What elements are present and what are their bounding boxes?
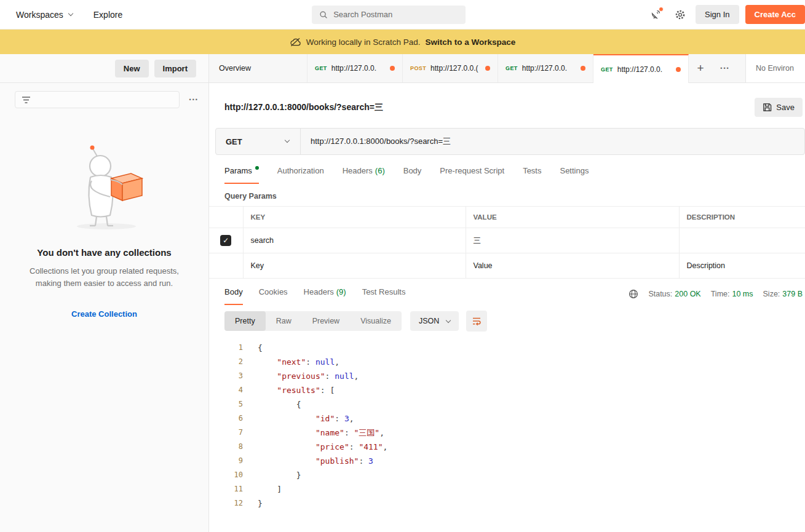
param-row: ✓ search 三: [209, 228, 805, 253]
global-search-input[interactable]: Search Postman: [312, 6, 466, 24]
line-content: "price": "411",: [250, 440, 387, 454]
tab-url: http://127.0.0.: [522, 64, 576, 73]
tab-headers[interactable]: Headers (6): [343, 166, 385, 184]
tab-tests[interactable]: Tests: [523, 166, 541, 184]
save-button[interactable]: Save: [755, 98, 803, 117]
param-value-cell[interactable]: 三: [466, 228, 679, 253]
line-content: "publish": 3: [250, 454, 373, 468]
view-raw-button[interactable]: Raw: [266, 311, 302, 331]
response-body-code[interactable]: 1{2 "next": null,3 "previous": null,4 "r…: [209, 337, 805, 532]
line-number: 4: [209, 383, 250, 397]
request-tab-1[interactable]: GET http://127.0.0.: [307, 54, 403, 82]
response-headers-count: (9): [336, 287, 346, 296]
scratchpad-banner: Working locally in Scratch Pad. Switch t…: [0, 30, 805, 54]
method-label: GET: [226, 137, 242, 146]
top-navbar: Workspaces Explore Search Postman: [0, 0, 805, 30]
view-pretty-button[interactable]: Pretty: [224, 311, 266, 331]
response-time: Time:10 ms: [711, 290, 753, 298]
param-checkbox[interactable]: ✓: [220, 235, 231, 246]
code-line: 5 {: [209, 397, 805, 411]
request-tab-4-active[interactable]: GET http://127.0.0.: [593, 54, 689, 83]
create-account-button[interactable]: Create Acc: [745, 5, 805, 24]
url-input[interactable]: http://127.0.0.1:8000/books/?search=三: [301, 129, 804, 154]
code-line: 4 "results": [: [209, 383, 805, 397]
view-preview-button[interactable]: Preview: [302, 311, 350, 331]
tab-body[interactable]: Body: [403, 166, 422, 184]
tab-authorization[interactable]: Authorization: [277, 166, 324, 184]
view-visualize-button[interactable]: Visualize: [350, 311, 402, 331]
response-tabs: Body Cookies Headers (9) Test Results: [224, 287, 405, 305]
code-line: 1{: [209, 341, 805, 355]
tab-pre-request-script[interactable]: Pre-request Script: [440, 166, 504, 184]
size-label: Size:: [763, 290, 780, 298]
url-value: http://127.0.0.1:8000/books/?search=三: [311, 136, 451, 147]
response-view-switch: Pretty Raw Preview Visualize: [224, 311, 402, 331]
tab-authorization-label: Authorization: [277, 166, 324, 175]
params-table: KEY VALUE DESCRIPTION ✓ search 三: [209, 206, 805, 279]
line-number: 3: [209, 369, 250, 383]
url-bar: GET http://127.0.0.1:8000/books/?search=…: [215, 128, 805, 155]
sign-in-button[interactable]: Sign In: [696, 5, 739, 24]
wrap-lines-icon: [472, 316, 482, 326]
request-tabs: Params Authorization Headers (6) Body Pr…: [209, 155, 805, 184]
request-tab-2[interactable]: POST http://127.0.0.(: [403, 54, 498, 82]
status-value: 200 OK: [675, 290, 700, 298]
response-tab-test-results[interactable]: Test Results: [362, 287, 406, 305]
response-tab-headers[interactable]: Headers (9): [304, 287, 346, 305]
filter-icon: [22, 96, 31, 104]
tab-overview[interactable]: Overview: [209, 54, 307, 82]
filter-collections-input[interactable]: [15, 91, 180, 108]
wrap-lines-button[interactable]: [466, 311, 487, 332]
new-param-description-cell[interactable]: Description: [679, 253, 805, 279]
line-number: 6: [209, 411, 250, 426]
notifications-button[interactable]: [646, 6, 665, 24]
param-checkbox-cell: ✓: [209, 228, 243, 253]
tab-settings-label: Settings: [560, 166, 589, 175]
network-globe-icon[interactable]: [629, 289, 638, 299]
explore-menu[interactable]: Explore: [85, 5, 131, 25]
line-content: ]: [250, 482, 282, 496]
param-key-cell[interactable]: search: [243, 228, 466, 253]
line-number: 11: [209, 482, 250, 496]
workspaces-menu[interactable]: Workspaces: [7, 5, 81, 25]
response-tab-body[interactable]: Body: [224, 287, 243, 305]
search-placeholder: Search Postman: [333, 10, 392, 19]
switch-workspace-link[interactable]: Switch to a Workspace: [426, 38, 516, 47]
tab-options-button[interactable]: •••: [712, 54, 738, 82]
tab-settings[interactable]: Settings: [560, 166, 589, 184]
tab-url: http://127.0.0.: [617, 65, 672, 74]
new-param-value-cell[interactable]: Value: [466, 253, 679, 279]
top-nav-center: Search Postman: [131, 6, 646, 24]
line-content: "next": null,: [250, 355, 339, 369]
chevron-down-icon: [285, 138, 290, 143]
response-tab-test-results-label: Test Results: [362, 287, 406, 296]
key-column-header: KEY: [243, 207, 466, 228]
create-collection-link[interactable]: Create Collection: [71, 309, 137, 319]
banner-message: Working locally in Scratch Pad.: [306, 38, 421, 47]
language-selector[interactable]: JSON: [410, 311, 459, 331]
method-badge: POST: [410, 65, 426, 71]
sidebar-more-options-button[interactable]: •••: [187, 93, 201, 106]
response-tab-cookies[interactable]: Cookies: [259, 287, 288, 305]
request-title-row: http://127.0.0.1:8000/books/?search=三 Sa…: [209, 83, 805, 128]
response-status: Status:200 OK: [648, 290, 700, 298]
environment-selector[interactable]: No Environ: [745, 54, 805, 82]
unsaved-indicator-dot: [676, 67, 681, 72]
request-tab-3[interactable]: GET http://127.0.0.: [498, 54, 593, 82]
line-number: 8: [209, 440, 250, 454]
import-button[interactable]: Import: [154, 60, 196, 77]
response-size: Size:379 B: [763, 290, 803, 298]
settings-button[interactable]: [671, 6, 689, 24]
tab-params[interactable]: Params: [224, 166, 259, 184]
new-button[interactable]: New: [115, 60, 149, 77]
new-tab-button[interactable]: +: [689, 54, 712, 82]
method-selector[interactable]: GET: [216, 129, 301, 154]
checkbox-column-header: [209, 207, 243, 228]
empty-state-title: You don't have any collections: [18, 247, 190, 258]
response-tab-cookies-label: Cookies: [259, 287, 288, 296]
new-param-key-cell[interactable]: Key: [243, 253, 466, 279]
param-description-cell[interactable]: [679, 228, 805, 253]
method-badge: GET: [601, 66, 613, 73]
status-label: Status:: [648, 290, 672, 298]
line-content: "results": [: [250, 383, 335, 397]
